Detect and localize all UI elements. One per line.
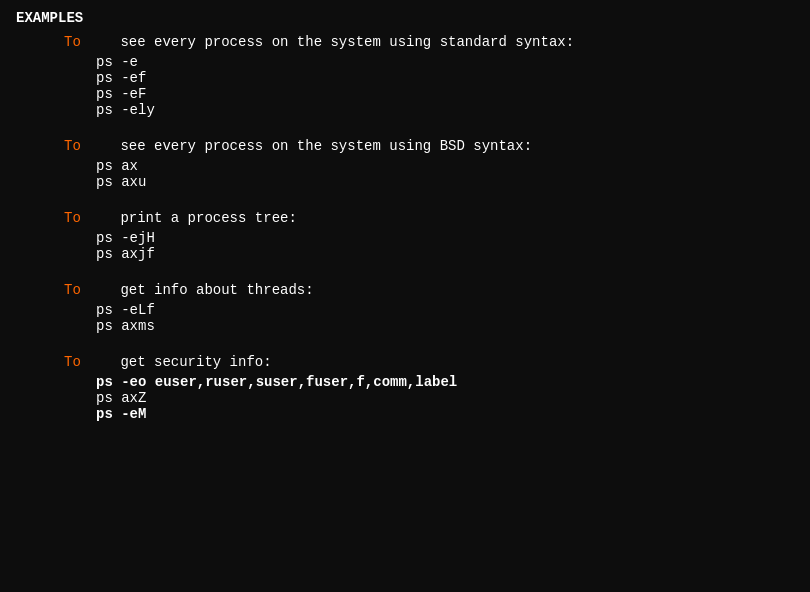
cmd-ps-eLf: ps -eLf [16,302,794,318]
to-keyword-3: To [64,210,81,226]
example-text-standard: see every process on the system using st… [120,34,574,50]
cmd-ps-axjf: ps axjf [16,246,794,262]
cmd-ps-axu: ps axu [16,174,794,190]
example-bsd-syntax: To see every process on the system using… [16,138,794,190]
example-security: To get security info: ps -eo euser,ruser… [16,354,794,422]
example-intro-standard: To see every process on the system using… [64,34,794,50]
cmd-ps-axms: ps axms [16,318,794,334]
terminal-window: EXAMPLES To see every process on the sys… [0,0,810,592]
cmd-ps-eF: ps -eF [16,86,794,102]
example-text-bsd: see every process on the system using BS… [120,138,532,154]
cmd-ps-eo: ps -eo euser,ruser,suser,fuser,f,comm,la… [16,374,794,390]
example-process-tree: To print a process tree: ps -ejH ps axjf [16,210,794,262]
cmd-ps-ef: ps -ef [16,70,794,86]
section-header: EXAMPLES [16,10,794,26]
example-intro-tree: To print a process tree: [64,210,794,226]
example-intro-bsd: To see every process on the system using… [64,138,794,154]
to-keyword-5: To [64,354,81,370]
example-intro-security: To get security info: [64,354,794,370]
example-standard-syntax: To see every process on the system using… [16,34,794,118]
cmd-ps-eM: ps -eM [16,406,794,422]
cmd-ps-axZ: ps axZ [16,390,794,406]
cmd-ps-ax: ps ax [16,158,794,174]
example-text-tree: print a process tree: [120,210,296,226]
cmd-ps-ejH: ps -ejH [16,230,794,246]
cmd-ps-e: ps -e [16,54,794,70]
to-keyword-2: To [64,138,81,154]
to-keyword-1: To [64,34,81,50]
cmd-ps-ely: ps -ely [16,102,794,118]
to-keyword-4: To [64,282,81,298]
example-text-threads: get info about threads: [120,282,313,298]
example-text-security: get security info: [120,354,271,370]
example-intro-threads: To get info about threads: [64,282,794,298]
example-threads: To get info about threads: ps -eLf ps ax… [16,282,794,334]
